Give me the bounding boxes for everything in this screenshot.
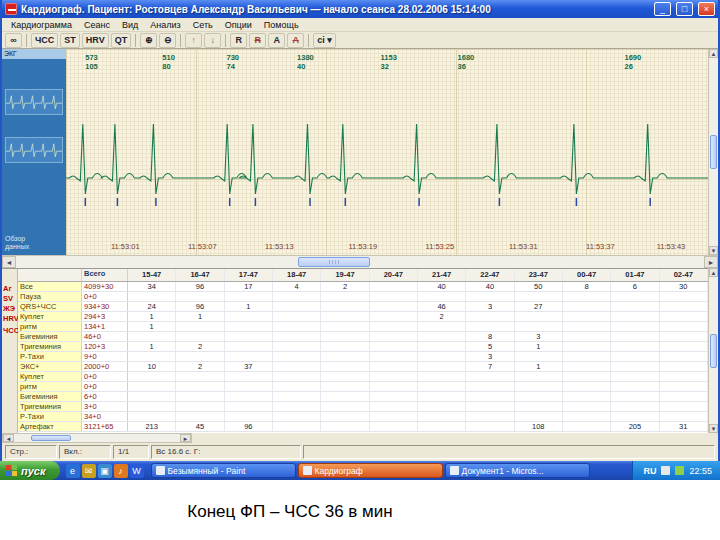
st-button[interactable]: ST (60, 33, 80, 48)
cell (563, 422, 611, 431)
table-row[interactable]: ритм0+0 (18, 382, 708, 392)
cell (660, 352, 708, 361)
a-show-button[interactable]: A (268, 33, 285, 48)
table-row[interactable]: Бигеминия6+0 (18, 392, 708, 402)
scroll-right-arrow-icon[interactable]: ► (180, 434, 191, 442)
overview-sidebar[interactable]: ЭКГ Обзорданных (2, 49, 66, 255)
total-cell: 294+3 (82, 312, 128, 321)
menu-item-4[interactable]: Сеть (188, 20, 218, 30)
word-icon[interactable]: W (130, 464, 144, 478)
scrollbar-thumb[interactable] (298, 257, 370, 267)
start-button[interactable]: пуск (0, 461, 60, 480)
table-row[interactable]: QRS+ЧСС934+302496146327 (18, 302, 708, 312)
menu-item-1[interactable]: Сеанс (79, 20, 115, 30)
a-hide-button[interactable]: A (287, 33, 304, 48)
scrollbar-thumb[interactable] (710, 135, 717, 169)
scroll-up-arrow-icon[interactable]: ▲ (709, 49, 718, 58)
section-label: HRV (3, 314, 19, 323)
task-button[interactable]: Безымянный - Paint (151, 463, 296, 478)
internet-explorer-icon[interactable]: e (66, 464, 80, 478)
ecg-waveform (66, 124, 708, 194)
ecg-strip[interactable]: 5731055108073074138040115332168036169026… (66, 49, 708, 255)
toolbar-separator (135, 34, 136, 47)
row-label: ЭКС+ (18, 362, 82, 371)
task-button[interactable]: Кардиограф (298, 463, 443, 478)
antivirus-icon[interactable] (675, 466, 684, 475)
toolbar: ∞ЧССSTHRVQT⊕⊖↑↓RRAAci ▾ (2, 32, 718, 49)
scroll-left-arrow-icon[interactable]: ◄ (3, 434, 14, 442)
media-player-icon[interactable]: ♪ (114, 464, 128, 478)
cell (176, 412, 224, 421)
scroll-right-arrow-icon[interactable]: ► (704, 256, 718, 268)
table-row[interactable]: Тригеминия120+31251 (18, 342, 708, 352)
mini-ecg-thumbnail[interactable] (5, 137, 63, 163)
cell (515, 352, 563, 361)
qt-button[interactable]: QT (111, 33, 132, 48)
row-label: Тригеминия (18, 342, 82, 351)
cell: 213 (128, 422, 176, 431)
maximize-button[interactable]: □ (676, 2, 693, 16)
time-label: 11:53:37 (586, 242, 615, 251)
mini-ecg-thumbnail[interactable] (5, 89, 63, 115)
table-row[interactable]: Пауза0+0 (18, 292, 708, 302)
r-hide-button[interactable]: R (249, 33, 266, 48)
menu-item-5[interactable]: Опции (220, 20, 257, 30)
menu-item-6[interactable]: Помощь (259, 20, 304, 30)
task-button[interactable]: Документ1 - Micros... (445, 463, 590, 478)
table-row[interactable]: Все4099+30349617424040508630 (18, 282, 708, 292)
table-row[interactable]: Р-Тахи34+0 (18, 412, 708, 422)
table-row[interactable]: ЭКС+2000+01023771 (18, 362, 708, 372)
zoom-out-button[interactable]: ⊖ (159, 33, 176, 48)
scroll-down-arrow-icon[interactable]: ▼ (709, 424, 718, 433)
cell (225, 402, 273, 411)
scrollbar-thumb[interactable] (710, 334, 717, 368)
hrv-button[interactable]: HRV (82, 33, 109, 48)
table-row[interactable]: Артефакт3121+65213459610820531 (18, 422, 708, 432)
scrollbar-thumb[interactable] (31, 435, 71, 441)
scroll-up-arrow-icon[interactable]: ▲ (709, 268, 718, 277)
cell (273, 402, 321, 411)
scroll-left-arrow-icon[interactable]: ◄ (2, 256, 16, 268)
marker-down-button[interactable]: ↓ (204, 33, 221, 48)
close-button[interactable]: × (698, 2, 715, 16)
menu-item-2[interactable]: Вид (117, 20, 143, 30)
title-bar[interactable]: Кардиограф. Пациент: Ростовцев Александр… (2, 0, 718, 18)
table-row[interactable]: ритм134+11 (18, 322, 708, 332)
hr-button[interactable]: ЧСС (31, 33, 58, 48)
menu-item-0[interactable]: Кардиограмма (6, 20, 77, 30)
toolbar-separator (308, 34, 309, 47)
ecg-horizontal-scrollbar[interactable]: ◄ ► (2, 255, 718, 268)
cell: 1 (225, 302, 273, 311)
cell (466, 292, 514, 301)
table-row[interactable]: Куплет0+0 (18, 372, 708, 382)
table-row[interactable]: Бигеминия46+083 (18, 332, 708, 342)
minimize-button[interactable]: _ (654, 2, 671, 16)
table-horizontal-scrollbar[interactable]: ◄ ► (2, 433, 192, 443)
r-show-button[interactable]: R (230, 33, 247, 48)
mail-icon[interactable]: ✉ (82, 464, 96, 478)
toolbar-separator (26, 34, 27, 47)
marker-up-button[interactable]: ↑ (185, 33, 202, 48)
cell: 4 (273, 282, 321, 291)
show-desktop-icon[interactable]: ▣ (98, 464, 112, 478)
search-button[interactable]: ∞ (5, 33, 22, 48)
scroll-down-arrow-icon[interactable]: ▼ (709, 246, 718, 255)
scrollbar-track[interactable] (16, 256, 704, 268)
task-buttons: Безымянный - PaintКардиографДокумент1 - … (150, 463, 633, 478)
table-vertical-scrollbar[interactable]: ▲ ▼ (708, 268, 718, 433)
table-row[interactable]: Тригеминия3+0 (18, 402, 708, 412)
volume-icon[interactable] (661, 466, 670, 475)
cell (225, 342, 273, 351)
table-row[interactable]: Р-Тахи9+03 (18, 352, 708, 362)
language-indicator[interactable]: RU (643, 466, 656, 476)
ecg-vertical-scrollbar[interactable]: ▲ ▼ (708, 49, 718, 255)
beat-annotation: 73074 (227, 54, 240, 71)
scrollbar-track[interactable] (14, 434, 180, 442)
zoom-in-button[interactable]: ⊕ (140, 33, 157, 48)
menu-item-3[interactable]: Анализ (145, 20, 185, 30)
row-label: Бигеминия (18, 332, 82, 341)
table-row[interactable]: Куплет294+3112 (18, 312, 708, 322)
row-label: Артефакт (18, 422, 82, 431)
cell (563, 322, 611, 331)
ci-button[interactable]: ci ▾ (313, 33, 336, 48)
